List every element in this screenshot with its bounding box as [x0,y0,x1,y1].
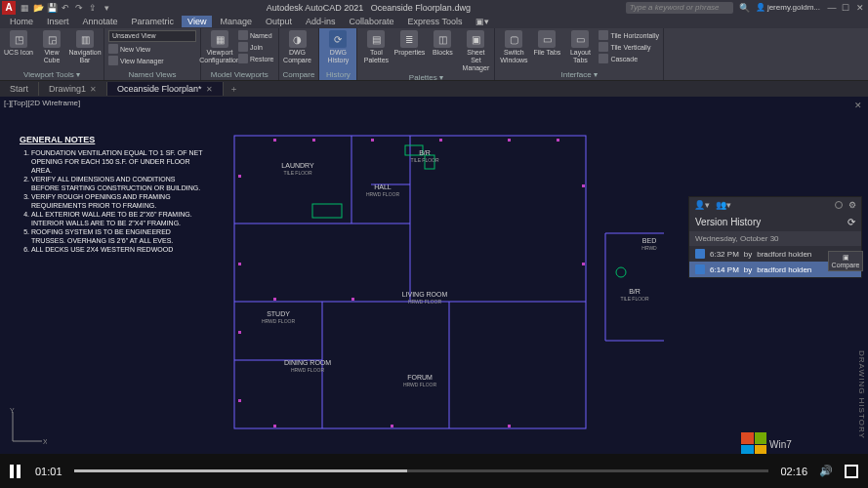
settings-icon[interactable]: ⚙ [848,200,856,210]
window-title: Autodesk AutoCAD 2021 Oceanside Floorpla… [111,3,626,13]
tab-collaborate[interactable]: Collaborate [344,16,400,27]
rgroup-title-compare: Compare [283,69,315,79]
svg-rect-18 [273,139,276,142]
search-input[interactable]: Type a keyword or phrase [626,2,733,14]
close-icon[interactable]: ✕ [90,85,97,94]
tab-insert[interactable]: Insert [41,16,75,27]
search-placeholder: Type a keyword or phrase [630,3,720,12]
rgroup-title-model: Model Viewports [205,69,274,79]
room-study: STUDY [267,310,290,317]
document-tabs: Start Drawing1✕ Oceanside Floorplan*✕ ＋ [0,81,868,97]
new-view-button[interactable]: New View [108,44,196,54]
switch-windows-button[interactable]: ▢Switch Windows [499,30,528,64]
room-hall: HALL [374,183,392,190]
volume-icon[interactable]: 🔊 [819,465,833,478]
properties-button[interactable]: ≣Properties [394,30,424,57]
tab-featured[interactable]: ▣▾ [470,16,495,27]
close-icon[interactable]: ✕ [206,85,213,94]
progress-bar[interactable] [74,469,769,472]
layout-tabs-button[interactable]: ▭Layout Tabs [565,30,595,64]
tab-parametric[interactable]: Parametric [126,16,181,27]
rgroup-title-interface: Interface ▾ [499,69,659,79]
new-tab-button[interactable]: ＋ [224,83,244,96]
tool-palettes-button[interactable]: ▤Tool Palettes [361,30,391,64]
panel-close-icon[interactable]: ✕ [854,101,862,110]
notes-title: GENERAL NOTES [20,136,205,144]
dwg-compare-button[interactable]: ◑DWG Compare [283,30,312,64]
viewport-restore-button[interactable]: Restore [238,54,274,63]
svg-text:Y: Y [10,407,15,414]
ucs-icon-button[interactable]: ◳UCS Icon [4,30,33,57]
dwg-history-button[interactable]: ⟳DWG History [323,30,352,64]
file-tabs-button[interactable]: ▭File Tabs [532,30,561,57]
tile-h-label: Tile Horizontally [610,32,659,39]
qat-save-icon[interactable]: 💾 [47,3,57,13]
tab-express[interactable]: Express Tools [402,16,469,27]
qat-share-icon[interactable]: ⇪ [88,3,98,13]
drawing-canvas[interactable]: [-][Top][2D Wireframe] GENERAL NOTES FOU… [0,97,868,454]
tab-home[interactable]: Home [4,16,39,27]
dwg-history-label: DWG History [323,49,352,64]
svg-rect-31 [391,425,393,427]
tab-manage[interactable]: Manage [214,16,258,27]
ucs-indicator: XY [8,407,47,446]
qat-redo-icon[interactable]: ↷ [74,3,84,13]
drawing-history-label[interactable]: DRAWING HISTORY [857,350,866,439]
menu-tabs: Home Insert Annotate Parametric View Man… [0,15,868,28]
filter-user-icon[interactable]: 👤▾ [694,200,710,210]
view-combo[interactable]: Unsaved View [108,30,196,42]
file-tabs-label: File Tabs [533,49,560,57]
signin-icon[interactable]: 🔍 [739,3,750,13]
qat-undo-icon[interactable]: ↶ [61,3,70,13]
version-date: Wednesday, October 30 [689,231,861,246]
watermark-text: Win7 [769,439,792,450]
ribbon: ◳UCS Icon ◲View Cube ▥Navigation Bar Vie… [0,28,868,81]
rgroup-title-history: History [323,69,352,79]
view-cube-button[interactable]: ◲View Cube [37,30,66,64]
viewport-join-button[interactable]: Join [238,42,274,52]
view-manager-button[interactable]: View Manager [108,56,196,65]
sheet-set-button[interactable]: ▣Sheet Set Manager [461,30,490,72]
viewport-config-button[interactable]: ▦Viewport Configuration [205,30,234,64]
filter-group-icon[interactable]: 👥▾ [716,200,731,210]
minimize-button[interactable]: — [826,3,838,13]
pause-button[interactable] [10,465,23,478]
nav-bar-button[interactable]: ▥Navigation Bar [70,30,100,64]
cascade-button[interactable]: Cascade [599,54,659,63]
doctab-drawing1[interactable]: Drawing1✕ [39,82,107,96]
maximize-button[interactable]: ☐ [840,3,851,13]
view-cube-label: View Cube [37,49,66,64]
tab-annotate[interactable]: Annotate [77,16,124,27]
svg-text:HRWD: HRWD [641,245,657,251]
version-time: 6:32 PM [710,250,739,259]
tile-horizontal-button[interactable]: Tile Horizontally [599,30,659,40]
tab-output[interactable]: Output [260,16,298,27]
tile-vertical-button[interactable]: Tile Vertically [599,42,659,52]
tab-view[interactable]: View [182,16,212,27]
compare-button[interactable]: ▣ Compare [828,251,863,271]
svg-text:X: X [43,438,47,445]
qat-more-icon[interactable]: ▾ [102,3,111,13]
fullscreen-icon[interactable] [845,465,858,478]
tab-addins[interactable]: Add-ins [300,16,342,27]
vp-restore-label: Restore [250,56,274,62]
viewport-named-button[interactable]: Named [238,30,274,40]
note-item: FOUNDATION VENTILATION EQUAL TO 1 SF. OF… [31,148,205,175]
note-item: ALL DECKS USE 2X4 WESTERN REDWOOD [31,245,205,254]
svg-rect-26 [273,298,276,301]
user-menu[interactable]: 👤 jeremy.goldm... [756,3,820,12]
refresh-icon[interactable]: ⟳ [847,217,855,227]
blocks-button[interactable]: ◫Blocks [428,30,457,57]
close-button[interactable]: ✕ [854,3,866,13]
qat-new-icon[interactable]: ▦ [20,3,29,13]
blocks-label: Blocks [433,49,453,57]
doctab-oceanside[interactable]: Oceanside Floorplan*✕ [107,82,224,96]
qat-open-icon[interactable]: 📂 [33,3,43,13]
rgroup-viewport-tools: ◳UCS Icon ◲View Cube ▥Navigation Bar Vie… [0,28,104,80]
vp-named-label: Named [250,32,272,39]
current-time: 01:01 [35,466,62,477]
viewport-label[interactable]: [-][Top][2D Wireframe] [4,99,80,107]
room-forum: FORUM [407,374,433,381]
rgroup-named-views: Unsaved View New View View Manager Named… [104,28,201,80]
doctab-start[interactable]: Start [0,82,39,96]
